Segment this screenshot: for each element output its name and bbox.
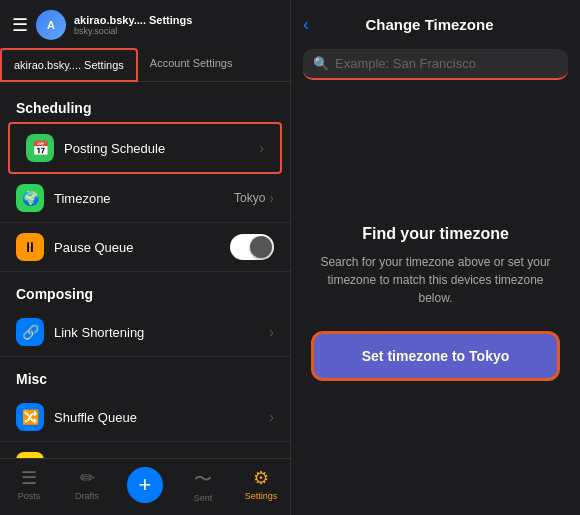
timezone-chevron: ›: [269, 190, 274, 206]
nav-item-add[interactable]: +: [116, 467, 174, 505]
shuffle-queue-icon: 🔀: [16, 403, 44, 431]
avatar: A: [36, 10, 66, 40]
header-domain: bsky.social: [74, 26, 192, 36]
menu-item-shuffle-queue[interactable]: 🔀 Shuffle Queue ›: [0, 393, 290, 442]
add-button[interactable]: +: [127, 467, 163, 503]
posting-schedule-icon: 📅: [26, 134, 54, 162]
nav-item-posts[interactable]: ☰ Posts: [0, 467, 58, 505]
search-icon: 🔍: [313, 56, 329, 71]
search-bar[interactable]: 🔍 Example: San Francisco: [303, 49, 568, 80]
sent-icon: 〜: [194, 467, 212, 491]
menu-item-link-shortening[interactable]: 🔗 Link Shortening ›: [0, 308, 290, 357]
find-timezone-title: Find your timezone: [362, 225, 509, 243]
menu-item-clean-queue[interactable]: ⚠️ Clean Queue ›: [0, 442, 290, 458]
menu-item-timezone[interactable]: 🌍 Timezone Tokyo ›: [0, 174, 290, 223]
settings-label: Settings: [245, 491, 278, 501]
timezone-label: Timezone: [54, 191, 234, 206]
back-arrow[interactable]: ‹: [303, 14, 309, 35]
nav-item-drafts[interactable]: ✏ Drafts: [58, 467, 116, 505]
timezone-value: Tokyo: [234, 191, 265, 205]
right-title: Change Timezone: [317, 16, 542, 33]
menu-item-pause-queue[interactable]: ⏸ Pause Queue: [0, 223, 290, 272]
drafts-label: Drafts: [75, 491, 99, 501]
pause-queue-toggle[interactable]: [230, 234, 274, 260]
clean-queue-icon: ⚠️: [16, 452, 44, 458]
nav-item-sent[interactable]: 〜 Sent: [174, 467, 232, 505]
left-content: Scheduling 📅 Posting Schedule › 🌍 Timezo…: [0, 82, 290, 458]
tabs-row: akirao.bsky.... Settings Account Setting…: [0, 48, 290, 82]
posting-schedule-chevron: ›: [259, 140, 264, 156]
nav-item-settings[interactable]: ⚙ Settings: [232, 467, 290, 505]
left-panel: ☰ A akirao.bsky.... Settings bsky.social…: [0, 0, 290, 515]
posting-schedule-label: Posting Schedule: [64, 141, 259, 156]
bottom-nav: ☰ Posts ✏ Drafts + 〜 Sent ⚙ Settings: [0, 458, 290, 515]
set-timezone-button[interactable]: Set timezone to Tokyo: [311, 331, 560, 381]
posts-icon: ☰: [21, 467, 37, 489]
tab-account-settings[interactable]: akirao.bsky.... Settings: [0, 48, 138, 82]
pause-queue-label: Pause Queue: [54, 240, 230, 255]
right-header: ‹ Change Timezone: [291, 0, 580, 45]
link-shortening-chevron: ›: [269, 324, 274, 340]
link-shortening-label: Link Shortening: [54, 325, 269, 340]
timezone-icon: 🌍: [16, 184, 44, 212]
hamburger-icon[interactable]: ☰: [12, 14, 28, 36]
right-panel: ‹ Change Timezone 🔍 Example: San Francis…: [291, 0, 580, 515]
toggle-knob: [250, 236, 272, 258]
section-composing: Composing: [0, 280, 290, 308]
pause-queue-icon: ⏸: [16, 233, 44, 261]
menu-item-posting-schedule[interactable]: 📅 Posting Schedule ›: [8, 122, 282, 174]
tab-account-settings-2[interactable]: Account Settings: [138, 48, 245, 81]
header-user-info: akirao.bsky.... Settings bsky.social: [74, 14, 192, 36]
right-content: Find your timezone Search for your timez…: [291, 90, 580, 515]
shuffle-chevron: ›: [269, 409, 274, 425]
section-misc: Misc: [0, 365, 290, 393]
posts-label: Posts: [18, 491, 41, 501]
link-shortening-icon: 🔗: [16, 318, 44, 346]
sent-label: Sent: [194, 493, 213, 503]
settings-icon: ⚙: [253, 467, 269, 489]
shuffle-queue-label: Shuffle Queue: [54, 410, 269, 425]
section-scheduling: Scheduling: [0, 94, 290, 122]
search-placeholder: Example: San Francisco: [335, 56, 476, 71]
find-timezone-desc: Search for your timezone above or set yo…: [311, 253, 560, 307]
left-header: ☰ A akirao.bsky.... Settings bsky.social: [0, 0, 290, 40]
drafts-icon: ✏: [80, 467, 95, 489]
header-username: akirao.bsky.... Settings: [74, 14, 192, 26]
